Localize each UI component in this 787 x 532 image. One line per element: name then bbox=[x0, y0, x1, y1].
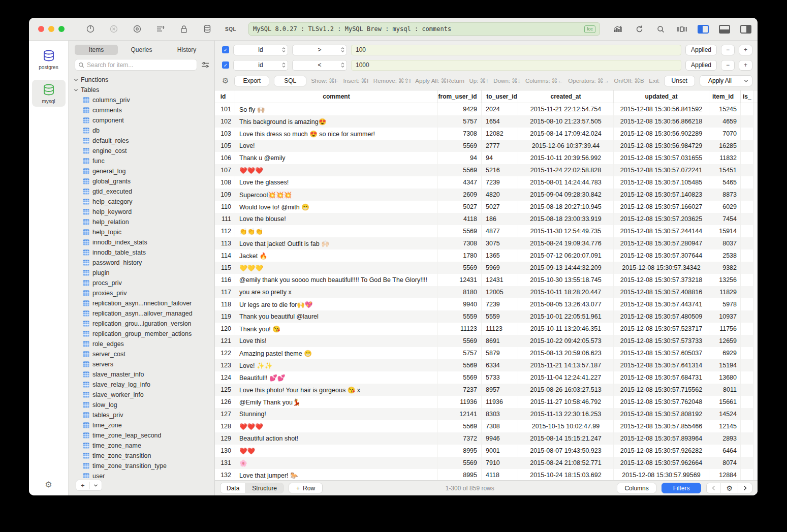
cell-updated-at[interactable]: 2015-12-08 15:30:57.573733 bbox=[614, 335, 709, 347]
cell-updated-at[interactable]: 2015-12-08 15:30:57.641314 bbox=[614, 359, 709, 371]
cell-to-user-id[interactable]: 5216 bbox=[482, 164, 518, 176]
cell-to-user-id[interactable]: 7308 bbox=[482, 420, 518, 432]
cell-updated-at[interactable]: 2015-12-08 15:30:57.280947 bbox=[614, 237, 709, 249]
cell-id[interactable]: 115 bbox=[215, 262, 235, 274]
toggle-right-panel-button[interactable] bbox=[740, 25, 751, 34]
sidebar-table-item[interactable]: general_log bbox=[69, 166, 214, 176]
filter-gear-icon[interactable]: ⚙ bbox=[222, 76, 229, 85]
column-header-to-user-id[interactable]: to_user_id bbox=[482, 90, 518, 103]
sidebar-table-item[interactable]: time_zone bbox=[69, 420, 214, 430]
cell-is[interactable] bbox=[741, 323, 753, 335]
cell-updated-at[interactable]: 2015-12-08 15:30:57.166027 bbox=[614, 201, 709, 213]
connection-postgres[interactable]: postgres bbox=[32, 46, 66, 73]
cell-item-id[interactable]: 15661 bbox=[709, 396, 741, 408]
cell-from-user-id[interactable]: 5569 bbox=[438, 164, 482, 176]
cell-created-at[interactable]: 2015-10-11 20:39:56.992 bbox=[518, 152, 614, 164]
add-item-button[interactable]: + bbox=[76, 480, 102, 491]
cell-to-user-id[interactable]: 11123 bbox=[482, 323, 518, 335]
cell-item-id[interactable]: 15245 bbox=[709, 103, 741, 115]
cell-to-user-id[interactable]: 8303 bbox=[482, 408, 518, 420]
settings-gear-icon[interactable]: ⚙ bbox=[45, 480, 52, 495]
cell-from-user-id[interactable]: 8995 bbox=[438, 445, 482, 457]
tab-items[interactable]: Items bbox=[75, 45, 118, 55]
tab-structure[interactable]: Structure bbox=[246, 483, 283, 493]
cell-created-at[interactable]: 2015-11-13 22:30:16.253 bbox=[518, 408, 614, 420]
cell-comment[interactable]: Thank you beautiful @laurel bbox=[235, 310, 438, 323]
cell-comment[interactable]: Love this dress so much 😍 so nice for su… bbox=[235, 128, 438, 140]
cell-from-user-id[interactable]: 5569 bbox=[438, 262, 482, 274]
cell-id[interactable]: 103 bbox=[215, 128, 235, 140]
cell-updated-at[interactable]: 2015-12-08 15:30:56.902289 bbox=[614, 128, 709, 140]
table-row[interactable]: 125 Love this photo! Your hair is gorgeo… bbox=[215, 384, 753, 396]
cell-id[interactable]: 110 bbox=[215, 201, 235, 213]
cell-to-user-id[interactable]: 5879 bbox=[482, 347, 518, 359]
filter-operator-select[interactable]: > bbox=[292, 45, 347, 55]
table-row[interactable]: 110 Would love to! @mith 😁 5027 5027 201… bbox=[215, 201, 753, 213]
table-row[interactable]: 122 Amazing pastel theme 😁 5757 5879 201… bbox=[215, 347, 753, 359]
cell-comment[interactable]: Supercool💥💥💥 bbox=[235, 189, 438, 201]
toggle-left-panel-button[interactable] bbox=[698, 25, 709, 34]
cell-id[interactable]: 101 bbox=[215, 103, 235, 115]
sidebar-table-item[interactable]: help_category bbox=[69, 197, 214, 207]
cell-id[interactable]: 114 bbox=[215, 249, 235, 262]
cell-created-at[interactable]: 2015-08-14 17:09:42.024 bbox=[518, 128, 614, 140]
filter-enabled-checkbox[interactable]: ✓ bbox=[222, 61, 229, 69]
cell-is[interactable] bbox=[741, 103, 753, 115]
column-header-id[interactable]: id bbox=[215, 90, 235, 103]
sidebar-table-item[interactable]: comments bbox=[69, 105, 214, 115]
table-row[interactable]: 127 Stunning! 12141 8303 2015-11-13 22:3… bbox=[215, 408, 753, 420]
cell-is[interactable] bbox=[741, 469, 753, 480]
column-header-item-id[interactable]: item_id bbox=[709, 90, 741, 103]
cell-created-at[interactable]: 2015-08-24 19:09:34.776 bbox=[518, 237, 614, 249]
sidebar-table-item[interactable]: plugin bbox=[69, 268, 214, 278]
cell-created-at[interactable]: 2015-08-07 19:43:50.923 bbox=[518, 445, 614, 457]
sidebar-table-item[interactable]: columns_priv bbox=[69, 95, 214, 105]
cell-updated-at[interactable]: 2015-12-08 15:30:57.244144 bbox=[614, 225, 709, 237]
cell-is[interactable] bbox=[741, 274, 753, 286]
cell-item-id[interactable]: 8873 bbox=[709, 189, 741, 201]
cell-item-id[interactable]: 8037 bbox=[709, 237, 741, 249]
table-row[interactable]: 129 Beautiful action shot! 7372 9946 201… bbox=[215, 432, 753, 445]
lock-icon[interactable] bbox=[178, 23, 190, 35]
sidebar-table-item[interactable]: servers bbox=[69, 359, 214, 369]
sort-list-icon[interactable] bbox=[155, 23, 166, 35]
filter-column-select[interactable]: id bbox=[233, 45, 288, 55]
cell-comment[interactable]: Stunning! bbox=[235, 408, 438, 420]
cell-id[interactable]: 128 bbox=[215, 420, 235, 432]
cell-id[interactable]: 126 bbox=[215, 396, 235, 408]
cell-is[interactable] bbox=[741, 213, 753, 225]
sidebar-table-item[interactable]: func bbox=[69, 156, 214, 166]
cell-id[interactable]: 106 bbox=[215, 152, 235, 164]
cell-from-user-id[interactable]: 7372 bbox=[438, 432, 482, 445]
cell-is[interactable] bbox=[741, 237, 753, 249]
cell-created-at[interactable]: 2015-08-24 21:08:52.771 bbox=[518, 457, 614, 469]
stats-chart-icon[interactable] bbox=[612, 23, 623, 35]
sidebar-table-item[interactable]: replication_grou...iguration_version bbox=[69, 319, 214, 329]
cell-updated-at[interactable]: 2015-12-08 15:30:57.307644 bbox=[614, 249, 709, 262]
eye-icon[interactable] bbox=[132, 23, 143, 35]
cell-id[interactable]: 124 bbox=[215, 371, 235, 384]
cell-comment[interactable]: Ur legs are to die for🙌💖 bbox=[235, 298, 438, 310]
cell-from-user-id[interactable]: 7308 bbox=[438, 128, 482, 140]
refresh-icon[interactable] bbox=[634, 23, 645, 35]
sidebar-table-item[interactable]: slave_worker_info bbox=[69, 390, 214, 400]
cell-updated-at[interactable]: 2015-12-08 15:30:57.203625 bbox=[614, 213, 709, 225]
table-row[interactable]: 117 you are so pretty x 8180 12005 2015-… bbox=[215, 286, 753, 298]
previous-page-button[interactable] bbox=[707, 483, 720, 493]
cell-is[interactable] bbox=[741, 152, 753, 164]
sidebar-table-item[interactable]: slave_master_info bbox=[69, 369, 214, 380]
cell-updated-at[interactable]: 2015-12-08 15:30:56.866218 bbox=[614, 115, 709, 128]
cell-id[interactable]: 120 bbox=[215, 323, 235, 335]
sidebar-table-item[interactable]: gtid_executed bbox=[69, 186, 214, 197]
disconnect-icon[interactable] bbox=[108, 23, 119, 35]
section-functions[interactable]: Functions bbox=[69, 75, 214, 85]
section-tables[interactable]: Tables bbox=[69, 85, 214, 95]
cell-updated-at[interactable]: 2015-12-08 15:30:57.926282 bbox=[614, 445, 709, 457]
cell-to-user-id[interactable]: 12431 bbox=[482, 274, 518, 286]
cell-is[interactable] bbox=[741, 115, 753, 128]
cell-comment[interactable]: Would love to! @mith 😁 bbox=[235, 201, 438, 213]
cell-created-at[interactable]: 2015-11-21 22:12:54.754 bbox=[518, 103, 614, 115]
cell-from-user-id[interactable]: 4347 bbox=[438, 176, 482, 189]
sidebar-table-item[interactable]: slave_relay_log_info bbox=[69, 380, 214, 390]
cell-id[interactable]: 112 bbox=[215, 225, 235, 237]
